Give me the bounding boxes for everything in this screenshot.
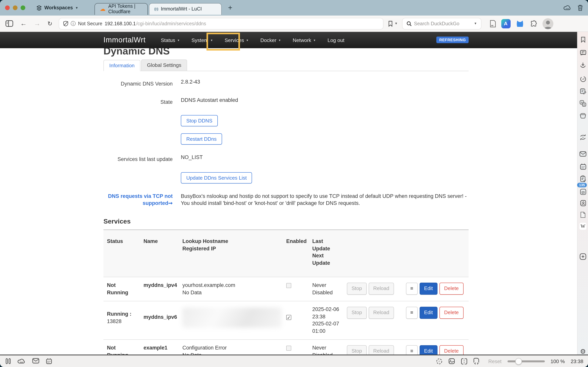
version-value: 2.8.2-43 xyxy=(181,79,469,87)
cloud-icon[interactable] xyxy=(17,358,26,364)
reader-mode-icon[interactable] xyxy=(489,20,496,27)
nav-logout[interactable]: Log out xyxy=(322,34,349,46)
edit-button[interactable]: Edit xyxy=(420,345,437,355)
restart-ddns-button[interactable]: Restart DDns xyxy=(181,133,222,145)
enabled-checkbox[interactable] xyxy=(286,346,291,351)
wikipedia-icon[interactable]: W xyxy=(579,222,587,230)
page-tabs: Information Global Settings xyxy=(103,59,469,71)
source-code-icon[interactable] xyxy=(473,358,479,365)
nav-docker[interactable]: Docker▼ xyxy=(255,34,286,46)
log-menu-button[interactable]: ≡ xyxy=(406,307,418,319)
browser-window: Workspaces ▼ ☁ API Tokens | Cloudflare (… xyxy=(0,0,588,367)
tab-immortalwrt[interactable]: ((•)) ImmortalWrt - LuCI xyxy=(149,3,222,15)
gear-icon[interactable]: ⚙ xyxy=(579,348,587,355)
cloud-sync-icon[interactable] xyxy=(563,4,572,11)
zoom-slider[interactable] xyxy=(507,360,545,362)
zoom-reset-button[interactable]: Reset xyxy=(488,358,502,364)
col-enabled: Enabled xyxy=(283,230,309,277)
search-input[interactable]: Search DuckDuckGo ▼ xyxy=(402,18,481,29)
minimize-window-button[interactable] xyxy=(13,5,17,10)
sidebar-toggle-icon[interactable] xyxy=(5,20,13,27)
services-list-last-update-label: Services list last update xyxy=(103,154,173,163)
nav-network[interactable]: Network▼ xyxy=(288,34,321,46)
enabled-checkbox[interactable]: ✓ xyxy=(286,315,291,320)
stop-ddns-button[interactable]: Stop DDNS xyxy=(181,115,218,126)
profile-avatar[interactable] xyxy=(542,18,553,29)
new-tab-button[interactable]: + xyxy=(228,3,232,12)
stop-button[interactable]: Stop xyxy=(347,307,367,319)
browser-toolbar: ← → ↻ ⓘ Not Secure 192.168.100.1/cgi-bin… xyxy=(0,16,588,32)
workspaces-menu[interactable]: Workspaces ▼ xyxy=(36,5,78,11)
annotation-highlight-box xyxy=(207,33,240,50)
forward-button[interactable]: → xyxy=(34,20,41,27)
bookmark-icon[interactable] xyxy=(579,36,587,43)
image-icon[interactable] xyxy=(448,358,455,364)
nav-status[interactable]: Status▼ xyxy=(156,34,185,46)
search-placeholder: Search DuckDuckGo xyxy=(414,21,459,26)
translate-icon[interactable]: A文 xyxy=(579,100,587,107)
delete-button[interactable]: Delete xyxy=(439,307,463,319)
stop-button[interactable]: Stop xyxy=(347,345,367,355)
translate-extension-icon[interactable]: A xyxy=(501,19,510,28)
brand-logo[interactable]: ImmortalWrt xyxy=(103,36,146,44)
download-icon[interactable] xyxy=(579,61,587,69)
stop-button[interactable]: Stop xyxy=(347,283,367,294)
edit-button[interactable]: Edit xyxy=(420,307,437,319)
refreshing-badge[interactable]: REFRESHING xyxy=(437,37,469,43)
calendar-icon[interactable] xyxy=(579,163,587,170)
bookmark-menu-chevron-icon[interactable]: ▼ xyxy=(395,22,398,25)
chevron-down-icon: ▼ xyxy=(75,6,78,9)
reload-button[interactable]: ↻ xyxy=(47,20,52,27)
info-icon[interactable]: ⓘ xyxy=(71,20,76,27)
document-icon[interactable] xyxy=(579,211,587,218)
add-panel-icon[interactable] xyxy=(579,253,587,260)
cat-extension-icon[interactable] xyxy=(515,20,524,27)
pause-icon[interactable] xyxy=(5,358,11,364)
update-ddns-services-list-button[interactable]: Update DDns Services List xyxy=(181,172,252,184)
search-engine-chevron-icon[interactable]: ▼ xyxy=(474,22,477,25)
col-status: Status xyxy=(103,230,140,277)
zoom-slider-knob[interactable] xyxy=(515,358,522,365)
enabled-checkbox[interactable] xyxy=(286,283,291,288)
edit-button[interactable]: Edit xyxy=(420,283,437,294)
workspaces-label: Workspaces xyxy=(44,5,73,10)
tasks-icon[interactable] xyxy=(579,175,587,183)
state-value: DDNS Autostart enabled xyxy=(181,97,469,106)
mail-icon[interactable] xyxy=(32,358,39,364)
log-menu-button[interactable]: ≡ xyxy=(406,345,418,355)
tab-cloudflare[interactable]: ☁ API Tokens | Cloudflare xyxy=(95,3,148,15)
basket-icon[interactable] xyxy=(579,112,587,119)
tab-global-settings[interactable]: Global Settings xyxy=(141,59,187,71)
split-view-icon[interactable] xyxy=(461,358,467,365)
delete-button[interactable]: Delete xyxy=(439,345,463,355)
bookmark-icon[interactable] xyxy=(388,20,393,27)
notes-icon[interactable] xyxy=(579,87,587,95)
rss-icon[interactable] xyxy=(579,188,587,196)
tab-information[interactable]: Information xyxy=(103,60,140,71)
reload-button[interactable]: Reload xyxy=(369,307,394,319)
services-heading: Services xyxy=(103,218,469,225)
sync-icon[interactable] xyxy=(579,133,587,141)
service-name: myddns_ipv6 xyxy=(140,301,179,339)
services-list-last-update-value: NO_LIST xyxy=(181,154,469,163)
history-icon[interactable] xyxy=(579,75,587,83)
mail-icon[interactable] xyxy=(579,150,587,158)
reload-button[interactable]: Reload xyxy=(369,283,394,294)
extensions-puzzle-icon[interactable] xyxy=(529,20,537,27)
chevron-down-icon: ▼ xyxy=(246,39,249,42)
contacts-icon[interactable] xyxy=(579,199,587,207)
screenshot-icon[interactable] xyxy=(436,358,442,365)
reading-list-icon[interactable] xyxy=(579,49,587,56)
trash-icon[interactable] xyxy=(577,4,583,11)
luci-favicon: ((•)) xyxy=(154,7,158,11)
col-lookup: Lookup Hostname Registered IP xyxy=(179,230,283,277)
reload-button[interactable]: Reload xyxy=(369,345,394,355)
address-bar[interactable]: ⓘ Not Secure 192.168.100.1/cgi-bin/luci/… xyxy=(59,18,383,29)
log-menu-button[interactable]: ≡ xyxy=(406,283,418,294)
unread-count-badge: 135 xyxy=(577,183,587,187)
delete-button[interactable]: Delete xyxy=(439,283,463,294)
calendar-icon[interactable] xyxy=(46,358,52,364)
back-button[interactable]: ← xyxy=(20,20,27,27)
zoom-window-button[interactable] xyxy=(21,5,25,10)
close-window-button[interactable] xyxy=(5,5,10,10)
